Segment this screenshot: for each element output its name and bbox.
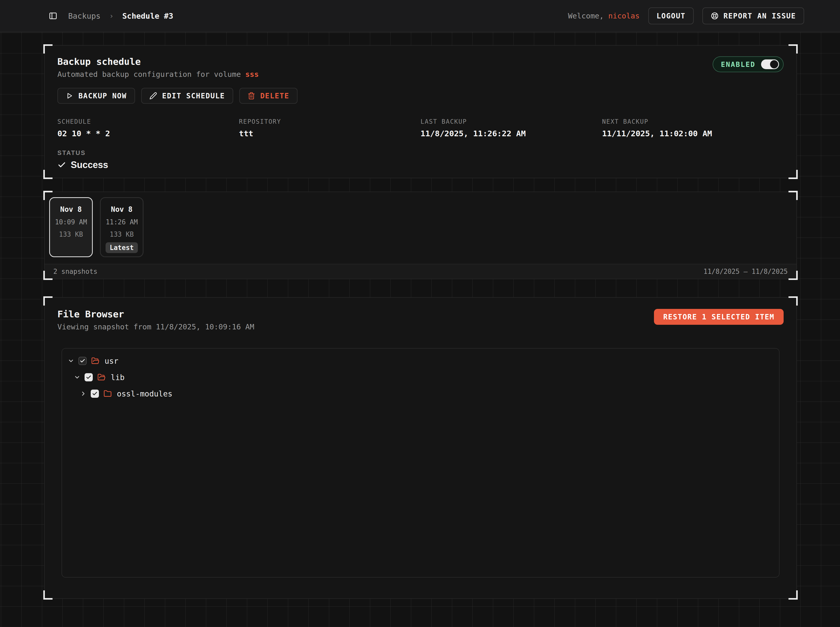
breadcrumb-separator: ›: [109, 12, 114, 20]
play-icon: [66, 92, 73, 100]
field-repository: REPOSITORY ttt: [239, 118, 421, 138]
snapshot-date: Nov 8: [60, 205, 82, 214]
file-browser-title: File Browser: [57, 309, 254, 320]
report-issue-label: REPORT AN ISSUE: [723, 12, 796, 20]
corner-bracket-icon: [788, 271, 798, 280]
tree-item-label[interactable]: ossl-modules: [117, 389, 172, 398]
tree-row-ossl-modules: ossl-modules: [67, 386, 774, 402]
tree-item-label[interactable]: lib: [111, 373, 125, 382]
username: nicolas: [608, 11, 639, 20]
sidebar-toggle-button[interactable]: [49, 11, 57, 20]
snapshot-date: Nov 8: [111, 205, 133, 214]
status-text: Success: [71, 159, 108, 170]
trash-icon: [248, 92, 255, 100]
corner-bracket-icon: [43, 170, 52, 179]
folder-icon: [104, 389, 112, 398]
corner-bracket-icon: [788, 170, 798, 179]
status-block: STATUS Success: [57, 149, 784, 170]
status-value: Success: [57, 159, 784, 170]
breadcrumb-current: Schedule #3: [122, 11, 173, 20]
tree-row-usr: usr: [67, 353, 774, 369]
folder-open-icon: [91, 357, 99, 365]
chevron-down-icon[interactable]: [73, 374, 81, 381]
logout-button-label: LOGOUT: [657, 12, 685, 20]
corner-bracket-icon: [43, 590, 52, 600]
corner-bracket-icon: [788, 590, 798, 600]
field-value: 02 10 * * 2: [57, 129, 239, 138]
checkbox-ossl-modules[interactable]: [91, 389, 99, 398]
sidebar-panel-icon: [49, 11, 57, 20]
corner-bracket-icon: [788, 191, 798, 200]
folder-open-icon: [97, 373, 106, 381]
field-schedule: SCHEDULE 02 10 * * 2: [57, 118, 239, 138]
chevron-right-icon[interactable]: [79, 390, 87, 397]
welcome-text: Welcome, nicolas: [568, 11, 639, 20]
corner-bracket-icon: [43, 296, 52, 306]
check-icon: [57, 161, 66, 169]
field-value: ttt: [239, 129, 421, 138]
snapshot-card-selected[interactable]: Nov 8 10:09 AM 133 KB: [49, 197, 93, 257]
delete-label: DELETE: [261, 92, 289, 100]
edit-schedule-label: EDIT SCHEDULE: [162, 92, 225, 100]
field-label: REPOSITORY: [239, 118, 421, 125]
status-label: STATUS: [57, 149, 784, 156]
corner-bracket-icon: [43, 271, 52, 280]
breadcrumb: Backups › Schedule #3: [68, 11, 173, 20]
snapshot-time: 11:26 AM: [106, 218, 137, 226]
restore-selected-button[interactable]: RESTORE 1 SELECTED ITEM: [654, 309, 784, 325]
backup-now-button[interactable]: BACKUP NOW: [57, 88, 135, 104]
file-tree: usr lib ossl-modules: [62, 348, 780, 578]
field-label: NEXT BACKUP: [602, 118, 784, 125]
field-value: 11/11/2025, 11:02:00 AM: [602, 129, 784, 138]
snapshot-date-range: 11/8/2025 – 11/8/2025: [703, 268, 788, 275]
lifebuoy-icon: [711, 12, 719, 20]
snapshot-footer: 2 snapshots 11/8/2025 – 11/8/2025: [44, 264, 796, 279]
pencil-icon: [149, 92, 157, 100]
snapshot-count: 2 snapshots: [53, 268, 97, 275]
breadcrumb-parent[interactable]: Backups: [68, 11, 101, 20]
corner-bracket-icon: [788, 296, 798, 306]
restore-selected-label: RESTORE 1 SELECTED ITEM: [663, 313, 774, 321]
edit-schedule-button[interactable]: EDIT SCHEDULE: [141, 88, 233, 104]
welcome-prefix: Welcome,: [568, 11, 608, 20]
chevron-down-icon[interactable]: [67, 358, 75, 364]
delete-button[interactable]: DELETE: [239, 88, 297, 104]
tree-item-label[interactable]: usr: [104, 356, 118, 365]
snapshot-size: 133 KB: [59, 230, 83, 238]
backup-schedule-panel: Backup schedule Automated backup configu…: [44, 45, 797, 178]
field-label: SCHEDULE: [57, 118, 239, 125]
schedule-panel-subtitle: Automated backup configuration for volum…: [57, 70, 259, 79]
snapshot-size: 133 KB: [110, 230, 134, 238]
schedule-panel-title: Backup schedule: [57, 56, 259, 67]
file-browser-subtitle: Viewing snapshot from 11/8/2025, 10:09:1…: [57, 323, 254, 331]
snapshot-time: 10:09 AM: [55, 218, 87, 226]
corner-bracket-icon: [43, 191, 52, 200]
subtitle-prefix: Automated backup configuration for volum…: [57, 70, 245, 79]
file-browser-panel: File Browser Viewing snapshot from 11/8/…: [44, 297, 797, 599]
enabled-label: ENABLED: [721, 60, 755, 68]
backup-now-label: BACKUP NOW: [78, 92, 127, 100]
volume-name: sss: [245, 70, 259, 79]
field-next-backup: NEXT BACKUP 11/11/2025, 11:02:00 AM: [602, 118, 784, 138]
snapshot-strip: Nov 8 10:09 AM 133 KB Nov 8 11:26 AM 133…: [44, 192, 796, 257]
toggle-switch[interactable]: [761, 60, 779, 69]
corner-bracket-icon: [788, 44, 798, 54]
snapshot-card-latest[interactable]: Nov 8 11:26 AM 133 KB Latest: [100, 197, 144, 257]
schedule-fields: SCHEDULE 02 10 * * 2 REPOSITORY ttt LAST…: [57, 118, 784, 138]
snapshots-panel: Nov 8 10:09 AM 133 KB Nov 8 11:26 AM 133…: [44, 192, 797, 279]
enabled-toggle[interactable]: ENABLED: [713, 56, 784, 72]
logout-button[interactable]: LOGOUT: [648, 8, 694, 24]
tree-row-lib: lib: [67, 369, 774, 386]
report-issue-button[interactable]: REPORT AN ISSUE: [703, 8, 804, 24]
corner-bracket-icon: [43, 44, 52, 54]
field-value: 11/8/2025, 11:26:22 AM: [420, 129, 602, 138]
toggle-knob: [770, 60, 778, 68]
topbar: Backups › Schedule #3 Welcome, nicolas L…: [0, 0, 840, 32]
field-label: LAST BACKUP: [420, 118, 602, 125]
field-last-backup: LAST BACKUP 11/8/2025, 11:26:22 AM: [420, 118, 602, 138]
checkbox-usr[interactable]: [78, 357, 87, 365]
latest-badge: Latest: [106, 242, 138, 253]
checkbox-lib[interactable]: [85, 373, 93, 381]
